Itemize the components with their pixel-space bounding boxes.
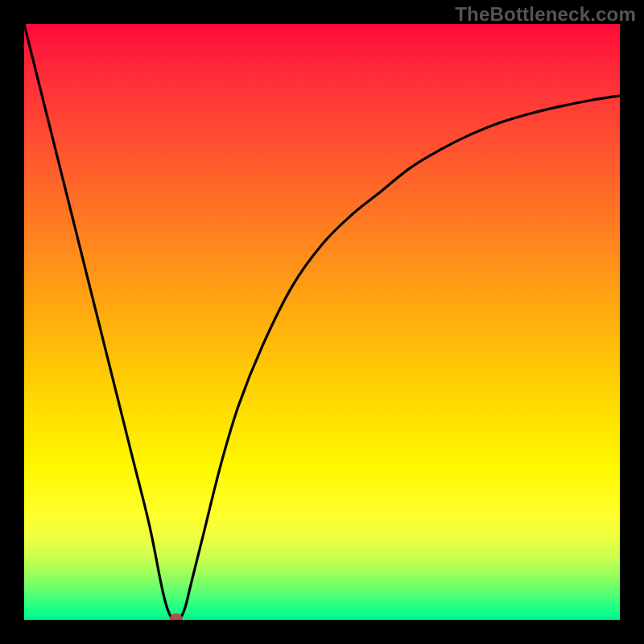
minimum-marker: [170, 613, 183, 620]
bottleneck-curve: [24, 24, 620, 620]
attribution-text: TheBottleneck.com: [455, 3, 636, 26]
plot-area: [24, 24, 620, 620]
chart-container: TheBottleneck.com: [0, 0, 644, 644]
curve-svg: [24, 24, 620, 620]
